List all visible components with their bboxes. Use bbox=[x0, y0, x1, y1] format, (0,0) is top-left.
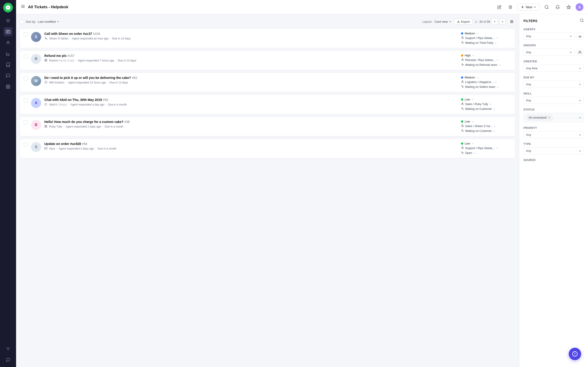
sidebar-item-chat[interactable] bbox=[3, 355, 13, 364]
ticket-checkbox[interactable] bbox=[24, 32, 28, 36]
type-select[interactable]: Any bbox=[523, 147, 584, 154]
priority-badge[interactable]: Low bbox=[461, 120, 474, 123]
sidebar-item-conversations[interactable] bbox=[3, 71, 13, 80]
sidebar-item-knowledge[interactable] bbox=[3, 60, 13, 69]
due-date: Due in 13 days bbox=[112, 37, 131, 40]
ai-icon[interactable] bbox=[565, 3, 573, 11]
new-button[interactable]: New bbox=[517, 4, 540, 10]
team-badge[interactable]: Support / Riya Sebas... bbox=[461, 146, 498, 150]
status-badge[interactable]: Waiting on Refunds team bbox=[461, 63, 501, 67]
agent-icon bbox=[461, 124, 464, 128]
agents-select[interactable]: Any bbox=[523, 33, 575, 40]
filter-groups: Groups Any bbox=[523, 44, 584, 56]
due-by-chevron-icon bbox=[579, 83, 581, 86]
team-badge[interactable]: Sales / Sheen S Ad... bbox=[461, 124, 496, 128]
filter-skill: Skill Any bbox=[523, 92, 584, 104]
sidebar-item-contacts[interactable] bbox=[3, 38, 13, 47]
status-value: Waiting on Sellers team bbox=[465, 85, 495, 89]
edit-icon[interactable] bbox=[495, 3, 503, 11]
priority-badge[interactable]: Medium bbox=[461, 76, 479, 79]
contact-name: Rachel (Acme Corp) bbox=[49, 59, 74, 62]
status-badge[interactable]: Waiting on Third Party bbox=[461, 41, 497, 45]
status-select[interactable]: All unresolved ✕ bbox=[523, 113, 584, 122]
pagination-next[interactable] bbox=[499, 18, 506, 25]
ticket-checkbox[interactable] bbox=[24, 76, 28, 81]
filter-agents: Agents Any bbox=[523, 28, 584, 40]
sort-button[interactable]: Last modified bbox=[38, 20, 59, 23]
ticket-right: Low Sales / Ruby Tully Waiting on Custom… bbox=[461, 98, 511, 111]
status-badge[interactable]: Open bbox=[461, 151, 476, 155]
layout-button[interactable]: Card view bbox=[435, 20, 451, 23]
team-value: Sales / Sheen S Ad... bbox=[465, 125, 492, 128]
notification-icon[interactable] bbox=[553, 3, 562, 11]
due-by-select[interactable]: Any bbox=[523, 81, 584, 88]
user-avatar[interactable]: S bbox=[576, 3, 583, 11]
sidebar-item-settings[interactable] bbox=[3, 344, 13, 353]
app-logo[interactable] bbox=[3, 3, 13, 12]
ticket-checkbox[interactable] bbox=[24, 54, 28, 58]
groups-chevron-icon bbox=[569, 51, 572, 54]
created-select[interactable]: Any time bbox=[523, 65, 584, 72]
groups-extra-icon[interactable] bbox=[576, 49, 584, 56]
type-chevron-icon bbox=[579, 150, 581, 152]
skill-select[interactable]: Any bbox=[523, 97, 584, 104]
filter-due-by: Due by Any bbox=[523, 76, 584, 88]
team-badge[interactable]: Refunds / Riya Sebas... bbox=[461, 58, 499, 62]
ticket-title: Update on order #uc928 #94 bbox=[44, 142, 458, 146]
ticket-card[interactable]: S Call with Sheen on order #uc37 #104 Sh… bbox=[20, 28, 515, 48]
priority-value: Low bbox=[465, 98, 470, 101]
status-badge[interactable]: Waiting on Sellers team bbox=[461, 85, 499, 89]
due-date: Due in a month bbox=[105, 125, 123, 128]
sidebar-item-reports[interactable] bbox=[3, 82, 13, 91]
priority-badge[interactable]: Low bbox=[461, 142, 474, 145]
sidebar-item-analytics[interactable] bbox=[3, 49, 13, 58]
agent-icon bbox=[461, 58, 464, 62]
hamburger-icon[interactable] bbox=[21, 4, 25, 10]
priority-value: Any bbox=[526, 133, 531, 136]
priority-badge[interactable]: Medium bbox=[461, 32, 479, 35]
chevron-left-icon bbox=[493, 20, 496, 23]
ticket-meta: Sara • Agent responded 2 days ago • Due … bbox=[44, 147, 458, 150]
team-badge[interactable]: Support / Riya Sebas... bbox=[461, 36, 498, 40]
status-icon bbox=[461, 107, 464, 111]
select-all-checkbox[interactable] bbox=[20, 20, 24, 24]
avatar: A bbox=[31, 98, 41, 108]
grid-view-button[interactable] bbox=[508, 18, 515, 25]
ticket-card[interactable]: A Chat with Abid on Thu, 30th May 2019 #… bbox=[20, 94, 515, 114]
topbar: All Tickets - Helpdesk New S bbox=[16, 0, 588, 14]
ticket-checkbox[interactable] bbox=[24, 98, 28, 102]
fab-button[interactable] bbox=[569, 348, 581, 360]
ticket-card[interactable]: S Update on order #uc928 #94 Sara • Agen… bbox=[20, 139, 515, 158]
priority-value: High bbox=[465, 54, 471, 57]
ticket-right: Medium Support / Riya Sebas... Waiting o… bbox=[461, 32, 511, 45]
svg-point-29 bbox=[462, 103, 463, 104]
sidebar-item-menu[interactable] bbox=[3, 16, 13, 25]
sidebar-item-helpdesk[interactable] bbox=[3, 27, 13, 36]
status-badge[interactable]: Waiting on Customer bbox=[461, 129, 495, 133]
contact-icon bbox=[44, 125, 47, 128]
filter-search-icon[interactable] bbox=[580, 18, 584, 23]
export-button[interactable]: Export bbox=[454, 19, 473, 25]
ticket-card[interactable]: W Do i need to pick it up or will you be… bbox=[20, 73, 515, 92]
groups-label: Groups bbox=[523, 44, 584, 47]
pagination-prev[interactable] bbox=[492, 18, 498, 25]
agents-extra-icon[interactable] bbox=[576, 33, 584, 40]
team-badge[interactable]: Logisitics / Abigail.br... bbox=[461, 80, 497, 84]
response-time: Agent responded a day ago bbox=[70, 103, 104, 106]
status-chip-remove[interactable]: ✕ bbox=[548, 116, 551, 119]
priority-badge[interactable]: High bbox=[461, 54, 475, 57]
ticket-checkbox[interactable] bbox=[24, 120, 28, 125]
ticket-checkbox[interactable] bbox=[24, 142, 28, 147]
priority-badge[interactable]: Low bbox=[461, 98, 474, 101]
ticket-card[interactable]: R Refund me pls #157 Rachel (Acme Corp) … bbox=[20, 50, 515, 70]
priority-value: Medium bbox=[465, 32, 475, 35]
groups-select[interactable]: Any bbox=[523, 49, 575, 56]
team-badge[interactable]: Sales / Ruby Tully bbox=[461, 102, 492, 106]
delete-icon[interactable] bbox=[506, 3, 515, 11]
search-icon[interactable] bbox=[543, 3, 551, 11]
status-badge[interactable]: Waiting on Customer bbox=[461, 107, 495, 111]
team-value: Sales / Ruby Tully bbox=[465, 102, 488, 106]
ticket-card[interactable]: R Hello! How much do you charge for a cu… bbox=[20, 117, 515, 136]
status-value: Waiting on Customer bbox=[465, 107, 492, 110]
priority-select[interactable]: Any bbox=[523, 131, 584, 138]
